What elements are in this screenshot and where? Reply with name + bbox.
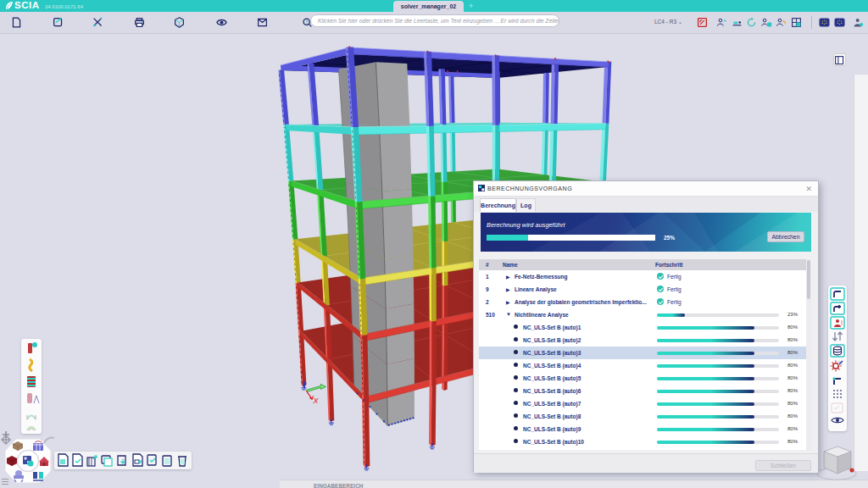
svg-text:X: X (312, 396, 319, 405)
svg-text:?: ? (305, 19, 309, 25)
